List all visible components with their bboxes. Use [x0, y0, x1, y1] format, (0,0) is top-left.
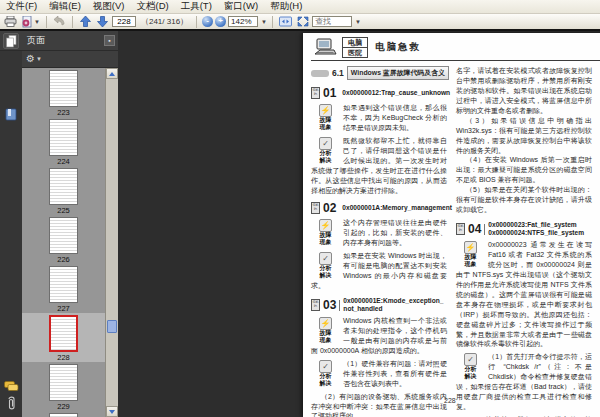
- scroll-down-button[interactable]: [106, 406, 118, 417]
- symptom-label-text: 故障现象: [311, 330, 340, 344]
- right-column: 名字，请试着在安装模式或者故障恢复控制台中禁用或删除驱动程序，并禁用所有刚安装的…: [456, 66, 592, 417]
- email-document-icon: [21, 16, 33, 28]
- thumbnail-page-label: 226: [57, 255, 70, 264]
- solution-block: ✓分析解决（1）首先打开命令行提示符，运行 “Chkdsk /r”（注：不是 C…: [456, 352, 592, 412]
- stop-code-icon: 停机码: [311, 299, 320, 311]
- tab-bookmarks[interactable]: [3, 106, 19, 122]
- solution-label-text: 分析解决: [311, 373, 340, 387]
- toolbar: ▼ （241/ 316） - + 142% ▼ ▼: [0, 14, 600, 29]
- book-series-badge: 电脑 医院: [342, 37, 368, 58]
- thumbnail-item[interactable]: [22, 411, 105, 417]
- zoom-out-button[interactable]: -: [202, 16, 213, 27]
- stop-code-line: 0x00000023:Fat_file_system: [488, 221, 584, 229]
- chevron-down-icon[interactable]: ▼: [261, 19, 267, 25]
- toolbar-separator: [272, 16, 273, 28]
- page-count-label: （241/ 316）: [141, 16, 188, 27]
- bookmarks-icon: [5, 108, 17, 121]
- stop-code-item: 停机码020x0000001A:Memory_management: [311, 201, 447, 215]
- full-screen-button[interactable]: [295, 15, 310, 28]
- book-title: 电脑急救: [375, 41, 421, 54]
- menu-item-3[interactable]: 文档(D): [130, 0, 174, 13]
- solution-label-text: 分析解决: [311, 265, 340, 279]
- symptom-label: ⚡故障现象: [311, 103, 340, 131]
- symptom-icon: ⚡: [319, 219, 332, 232]
- stop-code-icon: 停机码: [311, 87, 320, 99]
- scrollbar-thumb[interactable]: [107, 320, 117, 333]
- menu-item-4[interactable]: 工具(T): [175, 0, 218, 13]
- thumbnail-item[interactable]: 226: [22, 215, 105, 264]
- gear-icon[interactable]: ⚙: [26, 54, 35, 64]
- fit-width-button[interactable]: [278, 15, 293, 28]
- chevron-down-icon[interactable]: ▼: [355, 19, 361, 25]
- panel-title: 页面: [27, 34, 45, 47]
- stop-code-line: 0x0000001A:Memory_management: [342, 204, 452, 212]
- symptom-icon: ⚡: [319, 317, 332, 330]
- thumbnail-page-preview[interactable]: [49, 413, 78, 417]
- stop-code-icon: 停机码: [311, 202, 320, 214]
- thumbnail-page-preview[interactable]: [49, 266, 78, 303]
- tab-comments[interactable]: [3, 377, 19, 393]
- menu-item-1[interactable]: 编辑(E): [43, 0, 87, 13]
- thumbnail-page-preview[interactable]: [49, 168, 78, 205]
- zoom-level-value: 142%: [231, 17, 251, 26]
- menu-item-2[interactable]: 视图(V): [87, 0, 131, 13]
- previous-page-button[interactable]: [78, 15, 93, 28]
- section-pill-decoration: [311, 70, 329, 77]
- stop-code-number: 04: [468, 222, 481, 236]
- stop-code-item: 停机码030x0000001E:Kmode_exception_not_hand…: [311, 297, 447, 313]
- menu-item-0[interactable]: 文件(F): [0, 0, 43, 13]
- symptom-label-text: 故障现象: [456, 254, 485, 268]
- thumbnail-page-label: 228: [57, 353, 70, 362]
- chevron-down-icon: ▼: [34, 19, 40, 25]
- toolbar-separator: [196, 16, 197, 28]
- search-input[interactable]: [312, 16, 352, 27]
- comments-icon: [4, 379, 19, 392]
- print-button[interactable]: [3, 15, 18, 28]
- thumbnail-page-label: 229: [57, 402, 70, 411]
- document-page: 电脑 医院 电脑急救 6.1 Windows 蓝屏故障代码及含义 停机码010x…: [303, 33, 600, 417]
- zoom-in-button[interactable]: +: [215, 16, 226, 27]
- thumbnail-page-preview[interactable]: [49, 364, 78, 401]
- thumbnail-page-preview[interactable]: [49, 119, 78, 156]
- thumbnail-item[interactable]: 228: [22, 313, 105, 362]
- solution-label-text: 分析解决: [456, 366, 485, 380]
- previous-view-button[interactable]: [52, 15, 67, 28]
- scroll-up-button[interactable]: [106, 68, 118, 79]
- zoom-level-select[interactable]: 142%: [228, 16, 258, 27]
- thumbnail-item[interactable]: 223: [22, 68, 105, 117]
- next-page-button[interactable]: [95, 15, 110, 28]
- panel-menu-button[interactable]: ▪: [104, 35, 115, 46]
- email-button[interactable]: ▼: [20, 15, 41, 28]
- page-number-input[interactable]: [112, 16, 136, 27]
- symptom-block: ⚡故障现象0x00000023 通常发生在读写 Fat16 或者 Fat32 文…: [456, 240, 592, 349]
- symptom-label-text: 故障现象: [311, 232, 340, 246]
- full-screen-icon: [297, 16, 309, 27]
- section-number: 6.1: [332, 68, 344, 78]
- solution-icon: ✓: [319, 137, 332, 150]
- symptom-block: ⚡故障现象如果遇到这个错误信息，那么很不幸，因为 KeBugCheck 分析的结…: [311, 103, 447, 133]
- thumbnail-item[interactable]: 227: [22, 264, 105, 313]
- solution-label-text: 分析解决: [311, 150, 340, 164]
- page-header: 电脑 医院 电脑急救: [311, 36, 600, 61]
- stop-code-number: 03: [323, 298, 336, 312]
- solution-block: ✓分析解决既然微软都帮不上忙，就得靠自己了，请仔细回想这个错误是什么时候出现的。…: [311, 136, 447, 196]
- document-view[interactable]: 电脑 医院 电脑急救 6.1 Windows 蓝屏故障代码及含义 停机码010x…: [118, 31, 600, 417]
- tab-pages[interactable]: [3, 33, 19, 49]
- solution-label: ✓分析解决: [456, 352, 485, 380]
- menu-item-6[interactable]: 帮助(H): [264, 0, 308, 13]
- solution-label: ✓分析解决: [311, 251, 340, 279]
- thumbnail-page-preview[interactable]: [49, 315, 78, 352]
- body-text: 名字，请试着在安装模式或者故障恢复控制台中禁用或删除驱动程序，并禁用所有刚安装的…: [456, 66, 592, 116]
- tab-attachments[interactable]: [3, 395, 19, 411]
- nav-tab-strip: [0, 31, 22, 417]
- menu-item-5[interactable]: 窗口(W): [218, 0, 264, 13]
- thumbnail-page-preview[interactable]: [49, 70, 78, 107]
- symptom-block: ⚡故障现象Windows 内核检查到一个非法或者未知的处理指令，这个停机码一般是…: [311, 316, 447, 356]
- chevron-down-icon[interactable]: ▼: [36, 56, 42, 62]
- thumbnail-scrollbar[interactable]: [105, 68, 118, 417]
- thumbnail-item[interactable]: 225: [22, 166, 105, 215]
- thumbnail-page-preview[interactable]: [49, 217, 78, 254]
- thumbnail-item[interactable]: 224: [22, 117, 105, 166]
- thumbnail-item[interactable]: 229: [22, 362, 105, 411]
- stop-code-text: 0x00000012:Trap_cause_unknown: [342, 89, 450, 97]
